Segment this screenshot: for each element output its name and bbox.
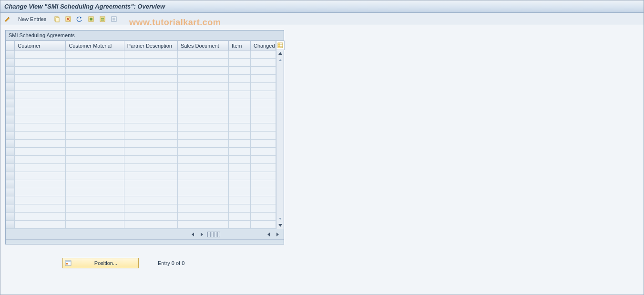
table-cell[interactable]	[177, 83, 228, 91]
table-cell[interactable]	[250, 67, 276, 75]
table-cell[interactable]	[229, 115, 251, 123]
table-cell[interactable]	[15, 51, 66, 59]
table-cell[interactable]	[15, 180, 66, 188]
row-selector[interactable]	[6, 51, 15, 59]
row-selector[interactable]	[6, 83, 15, 91]
table-cell[interactable]	[124, 172, 177, 180]
table-cell[interactable]	[66, 123, 124, 132]
table-row[interactable]	[6, 91, 276, 99]
table-cell[interactable]	[177, 156, 228, 164]
table-cell[interactable]	[177, 51, 228, 59]
scroll-left-icon[interactable]	[190, 231, 196, 238]
table-cell[interactable]	[66, 75, 124, 83]
table-cell[interactable]	[177, 180, 228, 188]
table-cell[interactable]	[66, 140, 124, 148]
table-cell[interactable]	[229, 213, 251, 221]
table-cell[interactable]	[229, 164, 251, 172]
table-cell[interactable]	[66, 221, 124, 229]
row-selector[interactable]	[6, 180, 15, 188]
table-cell[interactable]	[250, 99, 276, 107]
table-cell[interactable]	[177, 75, 228, 83]
table-cell[interactable]	[15, 59, 66, 67]
table-cell[interactable]	[250, 180, 276, 188]
table-cell[interactable]	[124, 164, 177, 172]
table-cell[interactable]	[15, 115, 66, 123]
row-selector[interactable]	[6, 140, 15, 148]
table-cell[interactable]	[66, 156, 124, 164]
table-cell[interactable]	[250, 115, 276, 123]
row-selector[interactable]	[6, 132, 15, 140]
table-cell[interactable]	[229, 75, 251, 83]
table-cell[interactable]	[229, 99, 251, 107]
table-cell[interactable]	[66, 188, 124, 196]
table-cell[interactable]	[15, 132, 66, 140]
table-row[interactable]	[6, 99, 276, 107]
table-row[interactable]	[6, 59, 276, 67]
table-cell[interactable]	[124, 59, 177, 67]
table-cell[interactable]	[66, 213, 124, 221]
row-selector[interactable]	[6, 156, 15, 164]
table-cell[interactable]	[177, 140, 228, 148]
table-cell[interactable]	[66, 67, 124, 75]
table-cell[interactable]	[229, 107, 251, 115]
select-block-icon[interactable]	[98, 15, 107, 23]
col-changed[interactable]: Changed	[250, 41, 276, 51]
table-cell[interactable]	[15, 99, 66, 107]
table-cell[interactable]	[66, 164, 124, 172]
table-cell[interactable]	[124, 99, 177, 107]
table-cell[interactable]	[177, 59, 228, 67]
table-cell[interactable]	[250, 51, 276, 59]
table-cell[interactable]	[66, 115, 124, 123]
scroll-right-end-icon[interactable]	[274, 231, 281, 238]
table-cell[interactable]	[229, 180, 251, 188]
table-cell[interactable]	[177, 107, 228, 115]
table-cell[interactable]	[15, 140, 66, 148]
table-cell[interactable]	[124, 188, 177, 196]
table-cell[interactable]	[250, 196, 276, 204]
scroll-right-icon[interactable]	[198, 231, 205, 238]
table-cell[interactable]	[250, 148, 276, 156]
table-cell[interactable]	[177, 204, 228, 213]
table-row[interactable]	[6, 213, 276, 221]
copy-icon[interactable]	[52, 15, 61, 23]
table-cell[interactable]	[124, 196, 177, 204]
table-cell[interactable]	[177, 196, 228, 204]
table-cell[interactable]	[229, 140, 251, 148]
row-selector[interactable]	[6, 115, 15, 123]
row-selector[interactable]	[6, 59, 15, 67]
table-cell[interactable]	[124, 75, 177, 83]
table-row[interactable]	[6, 75, 276, 83]
table-cell[interactable]	[250, 83, 276, 91]
table-cell[interactable]	[229, 172, 251, 180]
table-cell[interactable]	[177, 123, 228, 132]
table-row[interactable]	[6, 188, 276, 196]
table-cell[interactable]	[15, 107, 66, 115]
toggle-edit-icon[interactable]	[3, 15, 12, 23]
table-cell[interactable]	[229, 51, 251, 59]
table-cell[interactable]	[229, 83, 251, 91]
table-cell[interactable]	[66, 132, 124, 140]
table-cell[interactable]	[124, 115, 177, 123]
table-cell[interactable]	[229, 123, 251, 132]
table-row[interactable]	[6, 67, 276, 75]
scroll-up-step-icon[interactable]	[277, 57, 284, 63]
row-selector[interactable]	[6, 67, 15, 75]
row-selector[interactable]	[6, 148, 15, 156]
table-cell[interactable]	[124, 221, 177, 229]
table-row[interactable]	[6, 204, 276, 213]
table-row[interactable]	[6, 51, 276, 59]
table-cell[interactable]	[250, 188, 276, 196]
table-cell[interactable]	[124, 204, 177, 213]
table-cell[interactable]	[250, 107, 276, 115]
row-selector[interactable]	[6, 172, 15, 180]
table-cell[interactable]	[15, 196, 66, 204]
scroll-thumb[interactable]	[207, 232, 220, 237]
table-cell[interactable]	[66, 172, 124, 180]
table-cell[interactable]	[124, 51, 177, 59]
col-customer-material[interactable]: Customer Material	[66, 41, 124, 51]
table-cell[interactable]	[124, 140, 177, 148]
select-all-icon[interactable]	[87, 15, 95, 23]
table-cell[interactable]	[177, 188, 228, 196]
table-cell[interactable]	[124, 148, 177, 156]
table-cell[interactable]	[229, 188, 251, 196]
